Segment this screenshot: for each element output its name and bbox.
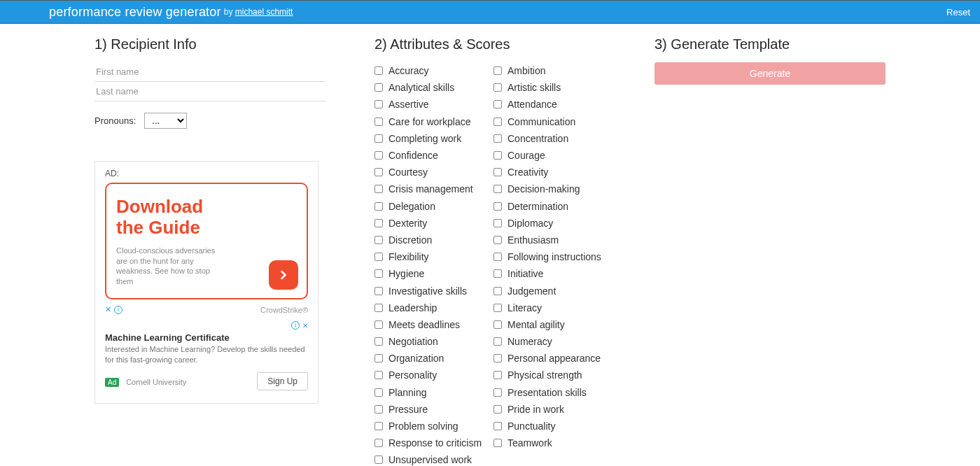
- attribute-item[interactable]: Personality: [374, 367, 486, 383]
- attribute-checkbox[interactable]: [493, 236, 502, 244]
- attribute-checkbox[interactable]: [374, 100, 383, 108]
- attribute-checkbox[interactable]: [493, 269, 502, 278]
- attribute-item[interactable]: Physical strength: [493, 367, 606, 383]
- attribute-checkbox[interactable]: [374, 405, 383, 414]
- attribute-checkbox[interactable]: [374, 422, 383, 430]
- attribute-item[interactable]: Flexibility: [374, 248, 486, 265]
- attribute-item[interactable]: Meets deadlines: [374, 316, 486, 333]
- attribute-checkbox[interactable]: [493, 439, 502, 447]
- attribute-checkbox[interactable]: [374, 66, 383, 75]
- attribute-item[interactable]: Courtesy: [374, 164, 486, 181]
- reset-button[interactable]: Reset: [937, 1, 980, 23]
- attribute-checkbox[interactable]: [493, 168, 502, 176]
- attribute-checkbox[interactable]: [374, 236, 383, 244]
- attribute-item[interactable]: Judgement: [493, 282, 606, 299]
- attribute-item[interactable]: Problem solving: [374, 418, 486, 435]
- attribute-checkbox[interactable]: [374, 134, 383, 143]
- attribute-item[interactable]: Response to criticism: [374, 435, 486, 451]
- attribute-item[interactable]: Concentration: [493, 130, 606, 147]
- attribute-checkbox[interactable]: [374, 253, 383, 261]
- attribute-checkbox[interactable]: [493, 320, 502, 329]
- attribute-item[interactable]: Hygiene: [374, 265, 486, 282]
- attribute-item[interactable]: Unsupervised work: [374, 451, 486, 466]
- attribute-checkbox[interactable]: [493, 422, 502, 430]
- attribute-checkbox[interactable]: [374, 388, 383, 397]
- attribute-checkbox[interactable]: [374, 83, 383, 92]
- ad-card-1[interactable]: Download the Guide Cloud-conscious adver…: [105, 183, 308, 299]
- attribute-item[interactable]: Dexterity: [374, 215, 486, 232]
- attribute-item[interactable]: Attendance: [493, 96, 606, 113]
- attribute-checkbox[interactable]: [374, 287, 383, 295]
- attribute-item[interactable]: Presentation skills: [493, 384, 606, 401]
- last-name-input[interactable]: [94, 82, 326, 101]
- attribute-item[interactable]: Pressure: [374, 401, 486, 418]
- attribute-checkbox[interactable]: [493, 100, 502, 108]
- attribute-checkbox[interactable]: [374, 219, 383, 227]
- attribute-item[interactable]: Analytical skills: [374, 79, 486, 96]
- attribute-item[interactable]: Completing work: [374, 130, 486, 147]
- attribute-item[interactable]: Assertive: [374, 96, 486, 113]
- attribute-checkbox[interactable]: [374, 168, 383, 176]
- attribute-checkbox[interactable]: [374, 269, 383, 278]
- attribute-checkbox[interactable]: [374, 337, 383, 346]
- attribute-item[interactable]: Enthusiasm: [493, 232, 606, 248]
- ad2-signup-button[interactable]: Sign Up: [257, 372, 308, 390]
- attribute-item[interactable]: Communication: [493, 113, 606, 130]
- attribute-checkbox[interactable]: [374, 151, 383, 160]
- attribute-checkbox[interactable]: [374, 202, 383, 211]
- attribute-item[interactable]: Investigative skills: [374, 282, 486, 299]
- attribute-checkbox[interactable]: [493, 118, 502, 126]
- attribute-checkbox[interactable]: [374, 185, 383, 193]
- attribute-checkbox[interactable]: [374, 118, 383, 126]
- attribute-checkbox[interactable]: [374, 320, 383, 329]
- author-link[interactable]: michael schmitt: [235, 7, 293, 17]
- attribute-item[interactable]: Personal appearance: [493, 350, 606, 367]
- attribute-checkbox[interactable]: [374, 456, 383, 464]
- attribute-checkbox[interactable]: [493, 83, 502, 92]
- attribute-item[interactable]: Mental agility: [493, 316, 606, 333]
- attribute-checkbox[interactable]: [493, 371, 502, 379]
- attribute-checkbox[interactable]: [493, 388, 502, 397]
- attribute-item[interactable]: Creativity: [493, 164, 606, 181]
- attribute-checkbox[interactable]: [493, 304, 502, 312]
- attribute-checkbox[interactable]: [493, 151, 502, 160]
- attribute-item[interactable]: Numeracy: [493, 333, 606, 350]
- attribute-checkbox[interactable]: [374, 304, 383, 312]
- attribute-item[interactable]: Ambition: [493, 62, 606, 79]
- attribute-checkbox[interactable]: [493, 405, 502, 414]
- attribute-item[interactable]: Diplomacy: [493, 215, 606, 232]
- attribute-item[interactable]: Decision-making: [493, 181, 606, 197]
- attribute-checkbox[interactable]: [493, 253, 502, 261]
- attribute-item[interactable]: Leadership: [374, 299, 486, 316]
- attribute-checkbox[interactable]: [374, 439, 383, 447]
- ad2-close-info[interactable]: i ✕: [105, 321, 308, 330]
- generate-button[interactable]: Generate: [654, 62, 886, 85]
- attribute-item[interactable]: Crisis management: [374, 181, 486, 197]
- attribute-item[interactable]: Determination: [493, 198, 606, 215]
- attribute-checkbox[interactable]: [493, 219, 502, 227]
- attribute-item[interactable]: Artistic skills: [493, 79, 606, 96]
- attribute-item[interactable]: Accuracy: [374, 62, 486, 79]
- attribute-item[interactable]: Confidence: [374, 147, 486, 164]
- attribute-checkbox[interactable]: [493, 202, 502, 211]
- ad1-close-info[interactable]: ✕ i: [105, 305, 122, 314]
- attribute-item[interactable]: Courage: [493, 147, 606, 164]
- attribute-checkbox[interactable]: [374, 371, 383, 379]
- attribute-item[interactable]: Punctuality: [493, 418, 606, 435]
- attribute-checkbox[interactable]: [493, 354, 502, 362]
- attribute-item[interactable]: Following instructions: [493, 248, 606, 265]
- attribute-checkbox[interactable]: [374, 354, 383, 362]
- attribute-item[interactable]: Planning: [374, 384, 486, 401]
- attribute-checkbox[interactable]: [493, 185, 502, 193]
- attribute-item[interactable]: Initiative: [493, 265, 606, 282]
- pronouns-select[interactable]: ...: [144, 113, 187, 129]
- attribute-item[interactable]: Care for workplace: [374, 113, 486, 130]
- attribute-checkbox[interactable]: [493, 287, 502, 295]
- attribute-item[interactable]: Pride in work: [493, 401, 606, 418]
- attribute-checkbox[interactable]: [493, 134, 502, 143]
- first-name-input[interactable]: [94, 62, 326, 82]
- attribute-item[interactable]: Teamwork: [493, 435, 606, 451]
- attribute-item[interactable]: Discretion: [374, 232, 486, 248]
- ad1-arrow-icon[interactable]: [269, 260, 298, 290]
- attribute-item[interactable]: Delegation: [374, 198, 486, 215]
